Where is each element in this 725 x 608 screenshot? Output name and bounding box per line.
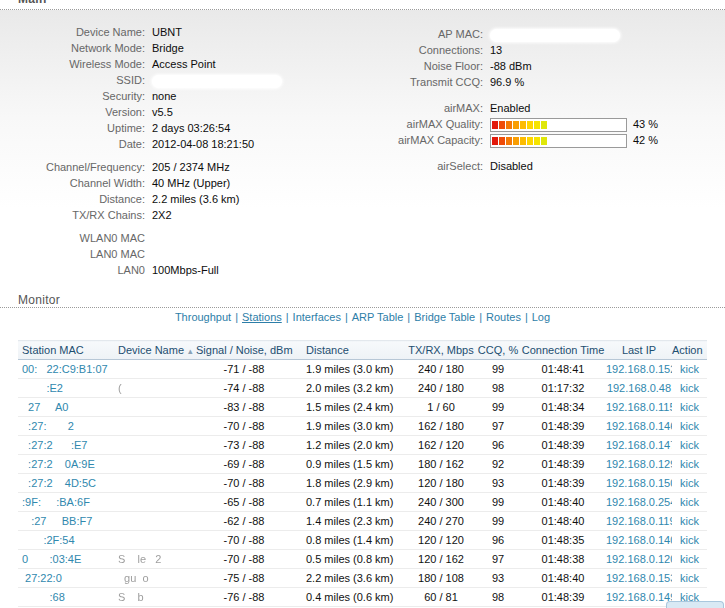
- last-ip-cell: 192.168.0.48: [606, 379, 672, 398]
- station-mac-link[interactable]: :27:2 4D:5C: [22, 477, 96, 489]
- signal-cell: -65 / -88: [196, 493, 292, 512]
- signal-cell: -76 / -88: [196, 588, 292, 607]
- tab-bridge-table[interactable]: Bridge Table: [414, 311, 475, 323]
- signal-cell: -62 / -88: [196, 512, 292, 531]
- kick-link[interactable]: kick: [680, 477, 699, 489]
- col-header-ccq[interactable]: CCQ, %: [476, 341, 520, 360]
- kick-link[interactable]: kick: [680, 439, 699, 451]
- tab-stations[interactable]: Stations: [242, 311, 282, 323]
- tab-interfaces[interactable]: Interfaces: [293, 311, 341, 323]
- col-header-device-name[interactable]: Device Name▴: [110, 341, 196, 360]
- station-mac-link[interactable]: :27 BB:F7: [22, 515, 92, 527]
- kick-link[interactable]: kick: [680, 401, 699, 413]
- kick-link[interactable]: kick: [680, 515, 699, 527]
- device-name-cell: [110, 417, 196, 436]
- status-value: 96.9 %: [490, 74, 524, 90]
- last-ip-link[interactable]: 192.168.0.150: [606, 477, 672, 489]
- last-ip-link[interactable]: 192.168.0.152: [606, 363, 672, 375]
- station-mac-link[interactable]: 00: 22:C9:B1:07: [22, 363, 108, 375]
- redacted-value: [152, 75, 282, 88]
- col-header-distance[interactable]: Distance: [292, 341, 406, 360]
- kick-link[interactable]: kick: [680, 363, 699, 375]
- station-mac-link[interactable]: :27:2 :E7: [22, 439, 87, 451]
- station-mac-link[interactable]: :E2: [22, 382, 63, 394]
- action-cell: kick: [672, 493, 707, 512]
- last-ip-link[interactable]: 192.168.0.153: [606, 572, 672, 584]
- col-header-action[interactable]: Action: [672, 341, 707, 360]
- last-ip-cell: 192.168.0.146: [606, 417, 672, 436]
- last-ip-link[interactable]: 192.168.0.48: [607, 382, 671, 394]
- table-row: :9F: :BA:6F-65 / -880.7 miles (1.1 km)24…: [18, 493, 707, 512]
- last-ip-cell: 192.168.0.152: [606, 360, 672, 379]
- ccq-cell: 97: [476, 550, 520, 569]
- col-header-connection-time[interactable]: Connection Time: [520, 341, 606, 360]
- status-value: [490, 26, 620, 42]
- station-mac-link[interactable]: 27 A0: [22, 401, 68, 413]
- last-ip-link[interactable]: 192.168.0.140: [606, 534, 672, 546]
- station-mac-link[interactable]: :27: 2: [22, 420, 74, 432]
- kick-link[interactable]: kick: [680, 382, 699, 394]
- status-label: Wireless Mode:: [0, 56, 152, 72]
- device-name-cell: [110, 531, 196, 550]
- col-header-tx-rx-mbps[interactable]: TX/RX, Mbps: [406, 341, 476, 360]
- connection-time-cell: 01:48:34: [520, 398, 606, 417]
- signal-cell: -70 / -88: [196, 417, 292, 436]
- kick-link[interactable]: kick: [680, 420, 699, 432]
- kick-link[interactable]: kick: [680, 458, 699, 470]
- last-ip-cell: 192.168.0.150: [606, 474, 672, 493]
- bar-segment: [513, 137, 519, 145]
- last-ip-link[interactable]: 192.168.0.254: [606, 496, 672, 508]
- station-mac-link[interactable]: 0 :03:4E: [22, 553, 81, 565]
- station-mac-link[interactable]: :2F:54: [22, 534, 75, 546]
- connection-time-cell: 01:48:39: [520, 455, 606, 474]
- col-header-station-mac[interactable]: Station MAC: [18, 341, 110, 360]
- last-ip-cell: 192.168.0.147: [606, 436, 672, 455]
- last-ip-link[interactable]: 192.168.0.120: [606, 553, 672, 565]
- status-value: 205 / 2374 MHz: [152, 159, 230, 175]
- last-ip-link[interactable]: 192.168.0.149: [606, 591, 672, 603]
- station-mac-link[interactable]: 27:22:0: [22, 572, 62, 584]
- monitor-section-divider: Monitor: [0, 293, 725, 308]
- col-header-signal-noise-dbm[interactable]: Signal / Noise, dBm: [196, 341, 292, 360]
- kick-link[interactable]: kick: [680, 534, 699, 546]
- tab-throughput[interactable]: Throughput: [175, 311, 231, 323]
- signal-cell: -73 / -88: [196, 436, 292, 455]
- distance-cell: 0.8 miles (1.4 km): [292, 531, 406, 550]
- status-value: Enabled: [490, 100, 530, 116]
- monitor-tabs: Throughput|Stations|Interfaces|ARP Table…: [0, 311, 725, 323]
- station-mac-link[interactable]: :68: [22, 591, 65, 603]
- status-value: 40 MHz (Upper): [152, 175, 230, 191]
- status-label: Transmit CCQ:: [363, 74, 490, 90]
- ccq-cell: 99: [476, 398, 520, 417]
- last-ip-cell: 192.168.0.149: [606, 588, 672, 607]
- bar-segment: [506, 137, 512, 145]
- last-ip-link[interactable]: 192.168.0.129: [606, 458, 672, 470]
- bar-segment: [492, 137, 498, 145]
- kick-link[interactable]: kick: [680, 496, 699, 508]
- station-mac-link[interactable]: :9F: :BA:6F: [22, 496, 90, 508]
- last-ip-link[interactable]: 192.168.0.115: [606, 401, 672, 413]
- tab-arp-table[interactable]: ARP Table: [352, 311, 404, 323]
- action-cell: kick: [672, 474, 707, 493]
- last-ip-link[interactable]: 192.168.0.147: [606, 439, 672, 451]
- sort-asc-icon: ▴: [184, 346, 193, 356]
- status-row: airMAX Capacity:42 %: [363, 132, 723, 148]
- tab-routes[interactable]: Routes: [486, 311, 521, 323]
- kick-link[interactable]: kick: [680, 553, 699, 565]
- device-name-fragment: (: [118, 382, 122, 394]
- tab-separator: |: [475, 311, 486, 323]
- distance-cell: 1.2 miles (2.0 km): [292, 436, 406, 455]
- txrx-cell: 240 / 270: [406, 512, 476, 531]
- distance-cell: 2.2 miles (3.6 km): [292, 569, 406, 588]
- station-mac-link[interactable]: :27:2 0A:9E: [22, 458, 95, 470]
- col-header-last-ip[interactable]: Last IP: [606, 341, 672, 360]
- last-ip-link[interactable]: 192.168.0.119: [606, 515, 672, 527]
- txrx-cell: 180 / 162: [406, 455, 476, 474]
- status-row: Security:none: [0, 88, 360, 104]
- kick-link[interactable]: kick: [680, 572, 699, 584]
- last-ip-link[interactable]: 192.168.0.146: [606, 420, 672, 432]
- tab-log[interactable]: Log: [532, 311, 550, 323]
- signal-cell: -70 / -88: [196, 474, 292, 493]
- bar-segment: [527, 121, 533, 129]
- ccq-cell: 97: [476, 417, 520, 436]
